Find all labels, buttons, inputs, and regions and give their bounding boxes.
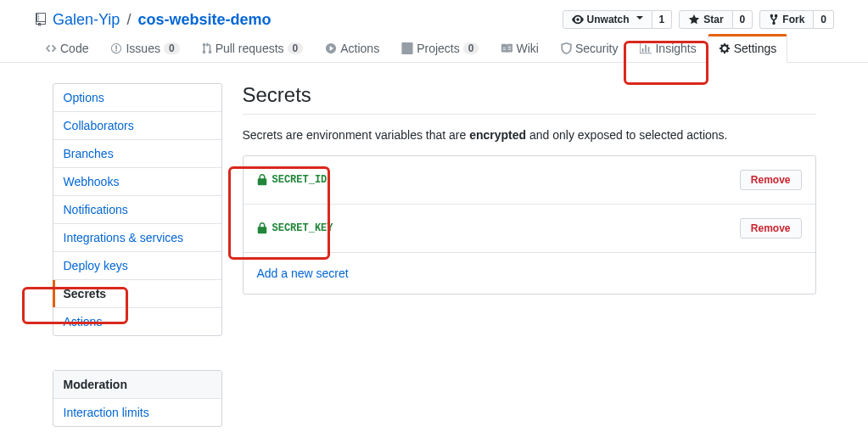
graph-icon: [640, 42, 652, 54]
sidebar-item-actions[interactable]: Actions: [53, 308, 221, 335]
secret-row: SECRET_ID Remove: [244, 156, 815, 205]
fork-button[interactable]: Fork: [759, 10, 814, 29]
tab-insights[interactable]: Insights: [629, 34, 707, 62]
path-separator: /: [126, 11, 131, 29]
secret-row: SECRET_KEY Remove: [244, 205, 815, 253]
shield-icon: [561, 42, 572, 54]
sidebar-item-collaborators[interactable]: Collaborators: [53, 112, 221, 140]
tab-wiki[interactable]: Wiki: [490, 34, 549, 62]
sidebar-item-webhooks[interactable]: Webhooks: [53, 168, 221, 196]
tab-settings[interactable]: Settings: [708, 34, 788, 63]
secrets-list: SECRET_ID Remove SECRET_KEY Remove Add a…: [243, 155, 816, 295]
sidebar-item-branches[interactable]: Branches: [53, 140, 221, 168]
play-icon: [325, 42, 337, 54]
sidebar-item-secrets[interactable]: Secrets: [53, 280, 221, 308]
book-icon: [501, 42, 512, 54]
sidebar-item-interaction-limits[interactable]: Interaction limits: [53, 399, 221, 426]
repo-icon: [34, 13, 48, 26]
remove-button[interactable]: Remove: [740, 170, 802, 190]
repo-name-link[interactable]: cos-website-demo: [137, 11, 271, 29]
project-icon: [401, 42, 413, 54]
eye-icon: [572, 14, 584, 25]
tab-issues[interactable]: Issues 0: [99, 34, 190, 62]
projects-counter: 0: [463, 42, 479, 54]
repo-title: Galen-Yip / cos-website-demo: [34, 11, 271, 29]
star-button[interactable]: Star: [679, 10, 732, 29]
issue-icon: [110, 42, 122, 54]
repo-owner-link[interactable]: Galen-Yip: [53, 11, 120, 29]
fork-count[interactable]: 0: [814, 10, 834, 29]
tab-code[interactable]: Code: [34, 34, 99, 62]
sidebar-heading-moderation: Moderation: [53, 371, 221, 399]
tab-projects[interactable]: Projects 0: [390, 34, 490, 62]
page-description: Secrets are environment variables that a…: [243, 128, 816, 142]
watch-count[interactable]: 1: [652, 10, 673, 29]
moderation-sidebar: Moderation Interaction limits: [53, 370, 222, 427]
sidebar-item-notifications[interactable]: Notifications: [53, 196, 221, 224]
tab-security[interactable]: Security: [550, 34, 630, 62]
pulls-counter: 0: [288, 42, 304, 54]
code-icon: [45, 42, 57, 54]
repo-actions: Unwatch 1 Star 0 Fork 0: [563, 10, 834, 29]
fork-icon: [769, 14, 779, 25]
watch-button[interactable]: Unwatch: [563, 10, 652, 29]
remove-button[interactable]: Remove: [740, 218, 802, 238]
repo-nav: Code Issues 0 Pull requests 0 Actions Pr…: [34, 34, 834, 62]
tab-actions[interactable]: Actions: [314, 34, 390, 62]
add-secret-link[interactable]: Add a new secret: [257, 266, 349, 280]
settings-sidebar: Options Collaborators Branches Webhooks …: [53, 83, 222, 336]
secret-name: SECRET_ID: [257, 174, 328, 186]
lock-icon: [257, 222, 267, 234]
secret-name: SECRET_KEY: [257, 222, 333, 234]
star-icon: [688, 14, 700, 25]
gear-icon: [719, 42, 731, 54]
issues-counter: 0: [164, 42, 180, 54]
star-count[interactable]: 0: [733, 10, 753, 29]
pull-request-icon: [202, 42, 212, 54]
page-title: Secrets: [243, 83, 816, 115]
add-secret-row: Add a new secret: [244, 253, 815, 294]
sidebar-item-options[interactable]: Options: [53, 84, 221, 112]
sidebar-item-deploy-keys[interactable]: Deploy keys: [53, 252, 221, 280]
tab-pulls[interactable]: Pull requests 0: [191, 34, 315, 62]
sidebar-item-integrations[interactable]: Integrations & services: [53, 224, 221, 252]
lock-icon: [257, 174, 267, 186]
